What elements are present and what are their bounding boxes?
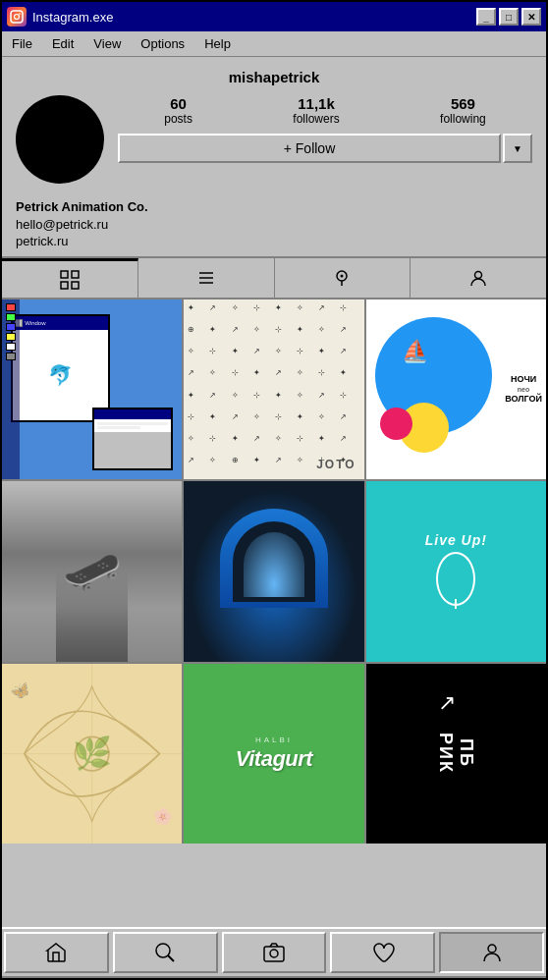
follow-row: + Follow ▼ <box>118 134 532 163</box>
profile-info-row: 60 posts 11,1k followers 569 following <box>16 95 532 184</box>
tab-tagged[interactable] <box>411 258 546 298</box>
grid-cell-5[interactable] <box>184 481 363 661</box>
bio-name: Petrick Animation Co. <box>16 199 532 214</box>
location-icon <box>332 268 352 288</box>
svg-point-17 <box>156 944 170 957</box>
profile-stats-follow: 60 posts 11,1k followers 569 following <box>118 95 532 163</box>
menu-view[interactable]: View <box>89 34 125 53</box>
nav-camera[interactable] <box>222 932 327 973</box>
camera-icon <box>262 941 286 964</box>
minimize-button[interactable]: _ <box>476 8 496 26</box>
profile-bio: Petrick Animation Co. hello@petrick.ru p… <box>2 191 546 256</box>
grid-wrapper: Window 🐬 <box>2 299 546 927</box>
svg-line-18 <box>168 955 174 961</box>
tab-grid[interactable] <box>2 258 138 298</box>
home-icon <box>44 941 68 964</box>
tab-location[interactable] <box>275 258 411 298</box>
close-button[interactable]: ✕ <box>521 8 541 26</box>
grid-cell-7[interactable]: 🌿 🦋 🌸 <box>2 664 182 844</box>
stat-followers: 11,1k followers <box>293 95 339 126</box>
nav-search[interactable] <box>113 932 218 973</box>
following-label: following <box>440 112 486 126</box>
svg-point-13 <box>475 272 482 279</box>
nav-profile[interactable] <box>439 932 544 973</box>
bio-website[interactable]: petrick.ru <box>16 234 532 248</box>
nav-home[interactable] <box>4 932 109 973</box>
svg-point-11 <box>341 275 344 278</box>
svg-rect-6 <box>72 282 79 289</box>
following-count: 569 <box>451 95 475 112</box>
grid-cell-2[interactable]: ✦↗✧⊹✦✧↗⊹ ⊕✦↗✧⊹✦✧↗ ✧⊹✦↗✧⊹✦↗ ↗✧⊹✦↗✧⊹✦ ✦↗✧⊹… <box>184 299 363 479</box>
menu-edit[interactable]: Edit <box>48 34 78 53</box>
heart-icon <box>371 941 395 964</box>
menu-options[interactable]: Options <box>137 34 189 53</box>
svg-rect-4 <box>72 271 79 278</box>
svg-point-20 <box>270 950 278 957</box>
stat-posts: 60 posts <box>164 95 192 126</box>
window-title: Instagram.exe <box>32 10 113 25</box>
svg-point-1 <box>15 15 20 20</box>
grid-cell-9[interactable]: ↗ ПБ РИК <box>366 664 546 844</box>
menu-file[interactable]: File <box>8 34 36 53</box>
app-icon <box>7 7 27 27</box>
profile-header: mishapetrick 60 posts 11,1k followers <box>2 57 546 191</box>
stat-following: 569 following <box>440 95 486 126</box>
menu-help[interactable]: Help <box>200 34 235 53</box>
grid-cell-1[interactable]: Window 🐬 <box>2 299 182 479</box>
svg-point-2 <box>19 13 21 15</box>
grid-scroll[interactable]: Window 🐬 <box>2 299 546 927</box>
followers-label: followers <box>293 112 339 126</box>
follow-button[interactable]: + Follow <box>118 134 501 163</box>
menu-bar: File Edit View Options Help <box>2 31 546 57</box>
person-icon <box>468 268 488 288</box>
main-content: mishapetrick 60 posts 11,1k followers <box>2 57 546 978</box>
follow-dropdown-button[interactable]: ▼ <box>503 134 532 163</box>
title-bar-left: Instagram.exe <box>7 7 113 27</box>
image-grid: Window 🐬 <box>2 299 546 844</box>
grid-icon <box>60 270 80 290</box>
maximize-button[interactable]: □ <box>499 8 519 26</box>
bottom-nav <box>2 927 546 978</box>
profile-username: mishapetrick <box>16 69 532 85</box>
profile-nav-icon <box>480 941 504 964</box>
app-window: Instagram.exe _ □ ✕ File Edit View Optio… <box>0 0 548 980</box>
svg-rect-3 <box>61 271 68 278</box>
list-icon <box>196 268 216 288</box>
svg-rect-0 <box>11 11 23 23</box>
grid-cell-3[interactable]: ⛵ НОЧИ neo ВОЛГОЙ <box>366 299 546 479</box>
title-bar: Instagram.exe _ □ ✕ <box>2 2 546 31</box>
svg-rect-5 <box>61 282 68 289</box>
posts-label: posts <box>164 112 192 126</box>
window-controls: _ □ ✕ <box>476 8 541 26</box>
search-icon <box>153 941 177 964</box>
tabs-row <box>2 256 546 299</box>
bio-email[interactable]: hello@petrick.ru <box>16 217 532 232</box>
svg-point-21 <box>488 945 496 953</box>
tab-list[interactable] <box>138 258 275 298</box>
grid-cell-4[interactable]: 🛹 <box>2 481 182 661</box>
grid-cell-6[interactable]: Live Up! <box>366 481 546 661</box>
nav-activity[interactable] <box>330 932 435 973</box>
followers-count: 11,1k <box>298 95 335 112</box>
avatar <box>16 95 104 184</box>
posts-count: 60 <box>170 95 187 112</box>
stats-row: 60 posts 11,1k followers 569 following <box>118 95 532 126</box>
grid-cell-8[interactable]: HALBI Vitagurt <box>184 664 363 844</box>
